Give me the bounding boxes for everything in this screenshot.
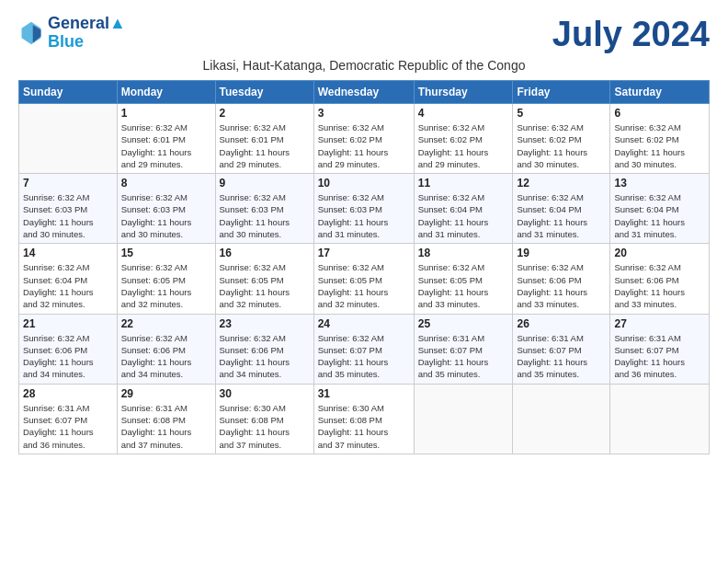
day-number: 4 — [418, 107, 509, 120]
col-header-wednesday: Wednesday — [313, 81, 414, 104]
day-number: 11 — [418, 177, 509, 190]
day-info: Sunrise: 6:31 AMSunset: 6:07 PMDaylight:… — [517, 332, 606, 381]
day-number: 30 — [220, 387, 310, 400]
day-info: Sunrise: 6:32 AMSunset: 6:07 PMDaylight:… — [318, 332, 410, 381]
calendar-cell: 25Sunrise: 6:31 AMSunset: 6:07 PMDayligh… — [414, 314, 513, 384]
calendar-cell: 12Sunrise: 6:32 AMSunset: 6:04 PMDayligh… — [513, 174, 610, 244]
day-info: Sunrise: 6:32 AMSunset: 6:04 PMDaylight:… — [614, 191, 705, 240]
day-number: 21 — [23, 317, 113, 330]
day-info: Sunrise: 6:32 AMSunset: 6:03 PMDaylight:… — [121, 191, 211, 240]
page-header: General▲ Blue July 2024 — [18, 15, 710, 54]
day-number: 3 — [318, 107, 410, 120]
calendar-cell — [610, 384, 710, 454]
day-info: Sunrise: 6:31 AMSunset: 6:07 PMDaylight:… — [614, 332, 705, 381]
calendar-cell: 11Sunrise: 6:32 AMSunset: 6:04 PMDayligh… — [414, 174, 513, 244]
calendar-cell: 19Sunrise: 6:32 AMSunset: 6:06 PMDayligh… — [513, 244, 610, 314]
col-header-saturday: Saturday — [610, 81, 710, 104]
day-number: 31 — [318, 387, 410, 400]
logo-text: General▲ Blue — [48, 15, 126, 52]
day-info: Sunrise: 6:32 AMSunset: 6:02 PMDaylight:… — [418, 121, 509, 170]
day-number: 9 — [220, 177, 310, 190]
day-number: 15 — [121, 247, 211, 259]
day-info: Sunrise: 6:32 AMSunset: 6:06 PMDaylight:… — [220, 332, 310, 381]
col-header-friday: Friday — [513, 81, 610, 104]
calendar-cell — [513, 384, 610, 454]
calendar-cell: 8Sunrise: 6:32 AMSunset: 6:03 PMDaylight… — [117, 174, 215, 244]
calendar-cell: 14Sunrise: 6:32 AMSunset: 6:04 PMDayligh… — [19, 244, 118, 314]
day-info: Sunrise: 6:30 AMSunset: 6:08 PMDaylight:… — [318, 402, 410, 451]
calendar-cell: 4Sunrise: 6:32 AMSunset: 6:02 PMDaylight… — [414, 104, 513, 174]
calendar-cell: 5Sunrise: 6:32 AMSunset: 6:02 PMDaylight… — [513, 104, 610, 174]
calendar-week-1: 1Sunrise: 6:32 AMSunset: 6:01 PMDaylight… — [19, 104, 710, 174]
day-info: Sunrise: 6:31 AMSunset: 6:07 PMDaylight:… — [418, 332, 509, 381]
calendar-cell: 24Sunrise: 6:32 AMSunset: 6:07 PMDayligh… — [313, 314, 414, 384]
day-info: Sunrise: 6:30 AMSunset: 6:08 PMDaylight:… — [220, 402, 310, 451]
day-number: 17 — [318, 247, 410, 259]
calendar-cell: 21Sunrise: 6:32 AMSunset: 6:06 PMDayligh… — [19, 314, 118, 384]
day-number: 10 — [318, 177, 410, 190]
col-header-thursday: Thursday — [414, 81, 513, 104]
day-number: 1 — [121, 107, 211, 120]
col-header-tuesday: Tuesday — [215, 81, 313, 104]
day-number: 18 — [418, 247, 509, 259]
calendar-cell — [414, 384, 513, 454]
day-info: Sunrise: 6:32 AMSunset: 6:04 PMDaylight:… — [23, 261, 113, 310]
day-info: Sunrise: 6:32 AMSunset: 6:03 PMDaylight:… — [23, 191, 113, 240]
calendar-cell: 2Sunrise: 6:32 AMSunset: 6:01 PMDaylight… — [215, 104, 313, 174]
calendar-cell: 17Sunrise: 6:32 AMSunset: 6:05 PMDayligh… — [313, 244, 414, 314]
calendar-cell: 13Sunrise: 6:32 AMSunset: 6:04 PMDayligh… — [610, 174, 710, 244]
calendar-cell: 30Sunrise: 6:30 AMSunset: 6:08 PMDayligh… — [215, 384, 313, 454]
calendar-cell: 23Sunrise: 6:32 AMSunset: 6:06 PMDayligh… — [215, 314, 313, 384]
calendar-cell: 27Sunrise: 6:31 AMSunset: 6:07 PMDayligh… — [610, 314, 710, 384]
calendar-week-5: 28Sunrise: 6:31 AMSunset: 6:07 PMDayligh… — [19, 384, 710, 454]
day-number: 28 — [23, 387, 113, 400]
calendar-cell: 15Sunrise: 6:32 AMSunset: 6:05 PMDayligh… — [117, 244, 215, 314]
logo-icon — [18, 20, 44, 46]
day-info: Sunrise: 6:31 AMSunset: 6:07 PMDaylight:… — [23, 402, 113, 451]
day-info: Sunrise: 6:32 AMSunset: 6:06 PMDaylight:… — [614, 261, 705, 310]
day-number: 20 — [614, 247, 705, 259]
calendar-week-2: 7Sunrise: 6:32 AMSunset: 6:03 PMDaylight… — [19, 174, 710, 244]
day-info: Sunrise: 6:32 AMSunset: 6:03 PMDaylight:… — [318, 191, 410, 240]
day-number: 8 — [121, 177, 211, 190]
day-info: Sunrise: 6:32 AMSunset: 6:02 PMDaylight:… — [614, 121, 705, 170]
calendar-cell: 1Sunrise: 6:32 AMSunset: 6:01 PMDaylight… — [117, 104, 215, 174]
day-info: Sunrise: 6:32 AMSunset: 6:06 PMDaylight:… — [23, 332, 113, 381]
calendar-cell: 7Sunrise: 6:32 AMSunset: 6:03 PMDaylight… — [19, 174, 118, 244]
day-number: 23 — [220, 317, 310, 330]
day-info: Sunrise: 6:32 AMSunset: 6:02 PMDaylight:… — [318, 121, 410, 170]
col-header-monday: Monday — [117, 81, 215, 104]
day-info: Sunrise: 6:32 AMSunset: 6:05 PMDaylight:… — [418, 261, 509, 310]
day-number: 22 — [121, 317, 211, 330]
calendar-cell: 31Sunrise: 6:30 AMSunset: 6:08 PMDayligh… — [313, 384, 414, 454]
day-info: Sunrise: 6:32 AMSunset: 6:02 PMDaylight:… — [517, 121, 606, 170]
month-title: July 2024 — [552, 15, 710, 54]
calendar-cell — [19, 104, 118, 174]
day-info: Sunrise: 6:32 AMSunset: 6:01 PMDaylight:… — [121, 121, 211, 170]
day-info: Sunrise: 6:32 AMSunset: 6:06 PMDaylight:… — [121, 332, 211, 381]
calendar-cell: 29Sunrise: 6:31 AMSunset: 6:08 PMDayligh… — [117, 384, 215, 454]
day-number: 26 — [517, 317, 606, 330]
day-number: 5 — [517, 107, 606, 120]
calendar-cell: 18Sunrise: 6:32 AMSunset: 6:05 PMDayligh… — [414, 244, 513, 314]
day-number: 13 — [614, 177, 705, 190]
day-number: 2 — [220, 107, 310, 120]
calendar-subtitle: Likasi, Haut-Katanga, Democratic Republi… — [18, 58, 710, 73]
day-number: 6 — [614, 107, 705, 120]
day-info: Sunrise: 6:32 AMSunset: 6:05 PMDaylight:… — [220, 261, 310, 310]
day-info: Sunrise: 6:32 AMSunset: 6:01 PMDaylight:… — [220, 121, 310, 170]
logo: General▲ Blue — [18, 15, 126, 52]
day-number: 19 — [517, 247, 606, 259]
day-info: Sunrise: 6:32 AMSunset: 6:05 PMDaylight:… — [318, 261, 410, 310]
calendar-cell: 10Sunrise: 6:32 AMSunset: 6:03 PMDayligh… — [313, 174, 414, 244]
day-info: Sunrise: 6:31 AMSunset: 6:08 PMDaylight:… — [121, 402, 211, 451]
calendar-cell: 16Sunrise: 6:32 AMSunset: 6:05 PMDayligh… — [215, 244, 313, 314]
day-number: 24 — [318, 317, 410, 330]
day-info: Sunrise: 6:32 AMSunset: 6:06 PMDaylight:… — [517, 261, 606, 310]
day-number: 25 — [418, 317, 509, 330]
calendar-week-4: 21Sunrise: 6:32 AMSunset: 6:06 PMDayligh… — [19, 314, 710, 384]
day-info: Sunrise: 6:32 AMSunset: 6:05 PMDaylight:… — [121, 261, 211, 310]
day-number: 27 — [614, 317, 705, 330]
calendar-cell: 20Sunrise: 6:32 AMSunset: 6:06 PMDayligh… — [610, 244, 710, 314]
calendar-cell: 3Sunrise: 6:32 AMSunset: 6:02 PMDaylight… — [313, 104, 414, 174]
